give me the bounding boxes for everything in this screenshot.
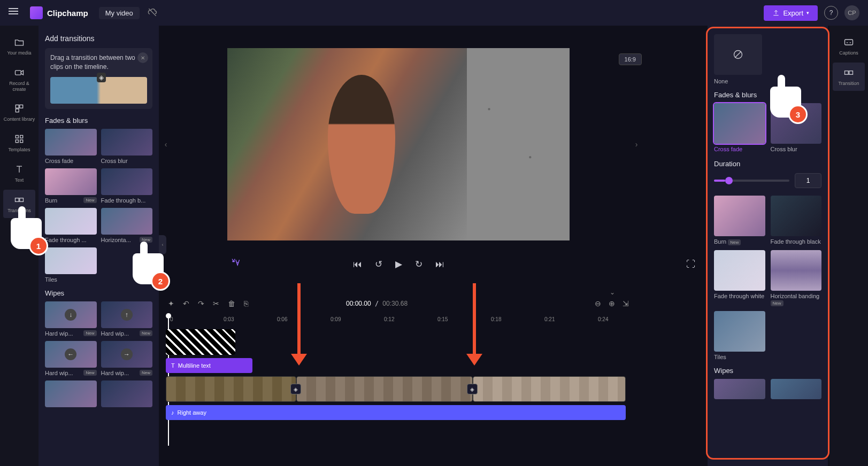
folder-icon <box>13 36 25 48</box>
zoom-in-button[interactable]: ⊕ <box>609 299 615 308</box>
nav-templates[interactable]: Templates <box>3 129 35 157</box>
tip-close-button[interactable]: ✕ <box>137 52 148 63</box>
aspect-ratio-button[interactable]: 16:9 <box>619 53 642 65</box>
text-type-icon: T <box>171 362 175 369</box>
rewind-5-button[interactable]: ↺ <box>375 259 382 270</box>
svg-rect-13 <box>845 40 853 45</box>
slider-handle[interactable] <box>725 177 733 184</box>
video-clip-1[interactable]: ◈ <box>166 376 296 402</box>
transition-fade-through-black[interactable]: Fade through b... <box>101 168 153 204</box>
text-track-clip[interactable]: T Multiline text <box>166 358 252 373</box>
transition-hard-wipe-5[interactable] <box>45 380 97 407</box>
transition-cross-blur[interactable]: Cross blur <box>101 129 153 164</box>
video-clip-3[interactable] <box>473 376 626 402</box>
rp-transition-cross-fade[interactable]: Cross fade <box>714 103 765 152</box>
duration-control: Duration <box>714 160 821 188</box>
timeline-ruler[interactable]: 0 0:03 0:06 0:09 0:12 0:15 0:18 0:21 0:2… <box>166 313 631 326</box>
video-preview[interactable] <box>227 48 570 240</box>
timeline-toolbar: ✦ ↶ ↷ ✂ 🗑 ⎘ 00:00.00 / 00:30.68 ⊖ ⊕ ⇲ <box>166 296 631 311</box>
forward-5-button[interactable]: ↻ <box>415 259 423 270</box>
redo-button[interactable]: ↷ <box>198 299 204 308</box>
video-track: ◈ ◈ <box>166 376 626 402</box>
skip-forward-button[interactable]: ⏭ <box>435 259 444 270</box>
svg-rect-5 <box>16 136 18 138</box>
transition-hard-wipe-6[interactable] <box>101 380 153 407</box>
transition-fade-through-white[interactable]: Fade through ... <box>45 208 97 243</box>
none-label: None <box>714 78 821 84</box>
templates-icon <box>13 133 25 145</box>
nav-record-create[interactable]: Record & create <box>3 63 35 97</box>
transition-hard-wipe-1[interactable]: ↓Hard wip...New <box>45 301 97 337</box>
transition-cross-fade[interactable]: Cross fade <box>45 129 97 164</box>
transition-hard-wipe-2[interactable]: ↑Hard wip...New <box>101 301 153 337</box>
project-title[interactable]: My video <box>99 7 140 19</box>
wipes-grid: ↓Hard wip...New ↑Hard wip...New ←Hard wi… <box>45 301 152 407</box>
fullscreen-button[interactable]: ⛶ <box>686 259 695 270</box>
transition-hard-wipe-4[interactable]: →Hard wip...New <box>101 341 153 376</box>
user-avatar[interactable]: CP <box>844 5 859 20</box>
rp-transition-tiles[interactable]: Tiles <box>714 311 765 360</box>
transition-horizontal-banding[interactable]: Horizonta...New <box>101 208 153 243</box>
prohibited-icon <box>733 49 743 60</box>
copy-button[interactable]: ⎘ <box>244 299 248 308</box>
transitions-panel: Add transitions Drag a transition betwee… <box>39 26 159 466</box>
nav-content-library[interactable]: Content library <box>3 98 35 127</box>
tip-text: Drag a transition between two clips on t… <box>50 53 147 72</box>
rp-transition-horizontal-banding[interactable]: Horizontal banding New <box>771 250 822 306</box>
menu-button[interactable] <box>9 6 21 19</box>
music-note-icon: ♪ <box>171 409 174 416</box>
next-clip-button[interactable]: › <box>631 136 642 152</box>
collapse-left-panel-button[interactable]: ‹ <box>159 235 166 254</box>
preview-area: 16:9 ‹ › ⏮ ↺ ▶ ↻ ⏭ ⛶ <box>166 32 631 270</box>
duration-input[interactable] <box>795 173 821 188</box>
right-sidebar: Captions Transition <box>829 26 868 466</box>
undo-button[interactable]: ↶ <box>183 299 189 308</box>
section-fades-blurs: Fades & blurs <box>45 116 152 125</box>
transition-point-2[interactable]: ◈ <box>467 384 478 394</box>
svg-rect-3 <box>20 105 23 108</box>
skip-back-button[interactable]: ⏮ <box>353 259 362 270</box>
audio-track-clip[interactable]: ♪ Right away <box>166 405 626 420</box>
split-button[interactable]: ✂ <box>213 299 219 308</box>
export-button[interactable]: Export ▾ <box>764 5 818 21</box>
video-clip-2[interactable]: ◈ <box>296 376 473 402</box>
tip-preview: ◈ <box>50 77 147 104</box>
transition-hard-wipe-3[interactable]: ←Hard wip...New <box>45 341 97 376</box>
zoom-fit-button[interactable]: ⇲ <box>623 299 629 308</box>
auto-compose-button[interactable]: ✦ <box>168 299 174 308</box>
zoom-out-button[interactable]: ⊖ <box>595 299 601 308</box>
svg-rect-2 <box>16 105 19 108</box>
rp-transition-wipe-1[interactable] <box>714 379 765 399</box>
transition-burn[interactable]: BurnNew <box>45 168 97 204</box>
rp-section-wipes: Wipes <box>714 367 821 375</box>
arrow-down-icon: ↓ <box>65 309 76 321</box>
effect-track[interactable] <box>166 329 235 355</box>
cloud-sync-icon[interactable] <box>147 7 158 19</box>
nav-transition[interactable]: Transition <box>833 63 865 91</box>
play-button[interactable]: ▶ <box>395 259 402 270</box>
rp-transition-fade-through-black[interactable]: Fade through black <box>771 196 822 245</box>
svg-rect-6 <box>20 136 23 138</box>
auto-caption-button[interactable] <box>230 258 241 271</box>
nav-transitions[interactable]: Transitions <box>3 190 35 218</box>
nav-text[interactable]: Text <box>3 159 35 188</box>
svg-rect-8 <box>20 140 23 143</box>
timeline-time: 00:00.00 / 00:30.68 <box>346 300 408 307</box>
svg-rect-9 <box>16 198 19 201</box>
delete-button[interactable]: 🗑 <box>228 299 235 308</box>
collapse-timeline-button[interactable]: ⌄ <box>166 289 631 296</box>
rp-transition-burn[interactable]: Burn New <box>714 196 765 245</box>
nav-captions[interactable]: Captions <box>833 32 865 60</box>
rp-transition-cross-blur[interactable]: Cross blur <box>771 103 822 152</box>
transition-point-1[interactable]: ◈ <box>290 384 301 394</box>
transition-tiles[interactable]: Tiles <box>45 247 97 283</box>
prev-clip-button[interactable]: ‹ <box>160 136 171 152</box>
rp-transition-fade-through-white[interactable]: Fade through white <box>714 250 765 306</box>
svg-rect-4 <box>16 109 19 112</box>
duration-slider[interactable] <box>714 180 789 182</box>
rp-transition-wipe-2[interactable] <box>771 379 822 399</box>
nav-your-media[interactable]: Your media <box>3 32 35 60</box>
fades-blurs-grid: Cross fade Cross blur BurnNew Fade throu… <box>45 129 152 283</box>
transition-none[interactable] <box>714 34 762 75</box>
help-button[interactable]: ? <box>824 6 838 20</box>
